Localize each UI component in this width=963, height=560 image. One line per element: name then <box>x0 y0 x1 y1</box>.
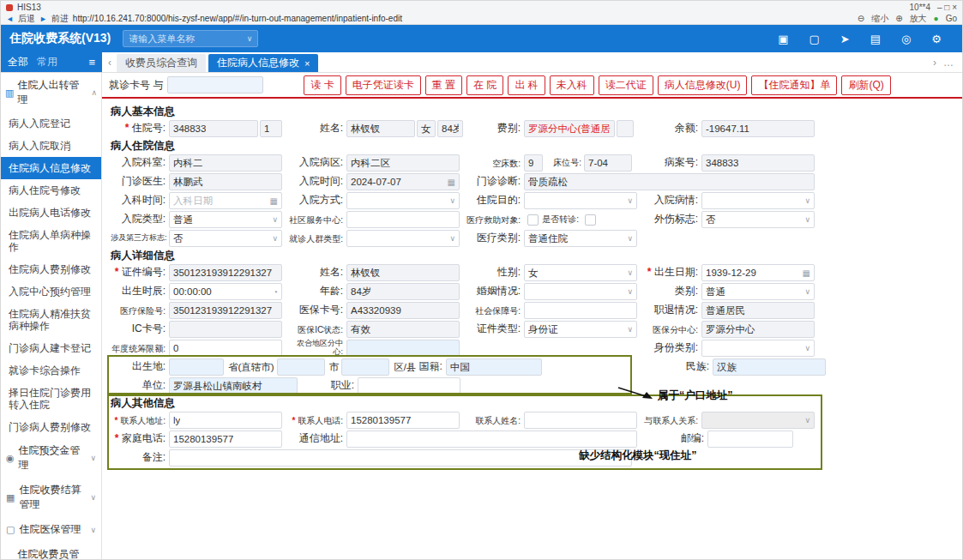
tab-inpatient-info-edit[interactable]: 住院病人信息修改 × <box>208 54 318 72</box>
go-button[interactable]: Go <box>946 14 957 23</box>
gender-select[interactable]: 女∨ <box>524 264 637 281</box>
sidebar-group-prepayment[interactable]: ◉ 住院预交金管理 ∨ <box>1 438 101 478</box>
ward-input[interactable]: 内科二区 <box>346 154 460 172</box>
ethnicity-input[interactable]: 汉族 <box>713 358 826 376</box>
contact-name-input[interactable] <box>524 412 637 429</box>
not-in-dept-button[interactable]: 未入科 <box>550 75 594 95</box>
record-no-input[interactable]: 348833 <box>701 154 815 172</box>
e-cert-read-card-button[interactable]: 电子凭证读卡 <box>346 75 421 95</box>
admission-time-input[interactable]: 2024-07-07▦ <box>346 173 460 190</box>
name-input[interactable]: 林钗钗 <box>346 120 415 137</box>
sidebar-item-fee-type-edit[interactable]: 住院病人费别修改 <box>1 258 101 280</box>
patient-info-edit-button[interactable]: 病人信息修改(U) <box>658 75 748 95</box>
back-icon[interactable]: ◄ <box>6 15 14 23</box>
close-icon[interactable]: × <box>304 58 310 69</box>
hospitalization-purpose-select[interactable]: ∨ <box>524 192 637 209</box>
age-input[interactable]: 84岁 <box>346 283 460 300</box>
target-icon[interactable]: ◎ <box>901 33 911 45</box>
home-phone-input[interactable]: 15280139577 <box>169 431 282 448</box>
medical-aid-checkbox[interactable] <box>527 214 539 226</box>
occupation-input[interactable] <box>358 377 460 394</box>
birthplace-province-input[interactable] <box>169 358 224 376</box>
birth-hour-input[interactable]: 00:00:00◔ <box>169 283 282 300</box>
message-icon[interactable]: ▢ <box>810 33 820 45</box>
refresh-button[interactable]: 刷新(Q) <box>841 75 890 95</box>
sidebar-item-poverty-relief-op[interactable]: 住院病人精准扶贫病种操作 <box>1 303 101 337</box>
reset-button[interactable]: 重 置 <box>425 75 462 95</box>
zoom-out-icon[interactable]: ⊖ <box>858 14 864 23</box>
sidebar-item-admission-center-booking[interactable]: 入院中心预约管理 <box>1 280 101 303</box>
birth-date-input[interactable]: 1939-12-29▦ <box>701 264 815 281</box>
trauma-flag-select[interactable]: 否∨ <box>701 211 815 228</box>
bed-no-input[interactable]: 7-04 <box>584 154 632 172</box>
tabs-scroll-left-icon[interactable]: ‹ <box>105 57 114 69</box>
annual-pool-limit-input[interactable]: 0 <box>169 340 282 357</box>
id-type-select[interactable]: 身份证∨ <box>524 321 637 338</box>
in-hospital-button[interactable]: 在 院 <box>466 75 503 95</box>
tabs-more-icon[interactable]: … <box>943 57 954 69</box>
sidebar-item-outpatient-card-register[interactable]: 门诊病人建卡登记 <box>1 337 101 359</box>
tab-all-menus[interactable]: 全部 <box>8 55 28 69</box>
admission-notice-button[interactable]: 【住院通知】单 <box>751 75 837 95</box>
birthplace-city-input[interactable] <box>277 358 325 376</box>
marital-status-select[interactable]: ∨ <box>524 283 637 300</box>
sidebar-item-scheduled-admission-fee-transfer[interactable]: 择日住院门诊费用转入住院 <box>1 382 101 416</box>
zoom-in-button[interactable]: 放大 <box>910 13 927 25</box>
is-referral-checkbox[interactable] <box>585 214 596 226</box>
sidebar-item-card-comprehensive-op[interactable]: 就诊卡综合操作 <box>1 359 101 382</box>
admission-condition-select[interactable]: ∨ <box>701 192 815 209</box>
tabs-scroll-right-icon[interactable]: › <box>933 57 936 69</box>
admission-no-input[interactable]: 348833 <box>169 120 258 137</box>
remarks-input[interactable] <box>169 449 632 467</box>
contact-phone-input[interactable]: 15280139577 <box>346 412 460 429</box>
birthplace-district-input[interactable] <box>341 358 389 376</box>
back-button[interactable]: 后退 <box>18 13 35 25</box>
forward-button[interactable]: 前进 <box>51 13 69 25</box>
sidebar-group-inout-management[interactable]: ▥ 住院人出转管理 ∧ <box>1 73 101 112</box>
medical-category-select[interactable]: 普通住院∨ <box>524 230 637 247</box>
sidebar-item-inpatient-no-edit[interactable]: 病人住院号修改 <box>1 179 101 202</box>
read-card-button[interactable]: 读 卡 <box>304 75 340 95</box>
settings-icon[interactable]: ⚙ <box>931 33 942 45</box>
sidebar-item-admission-cancel[interactable]: 病人入院取消 <box>1 135 101 157</box>
category-select[interactable]: 普通∨ <box>701 283 815 300</box>
window-controls[interactable]: – □ × <box>937 3 957 12</box>
sidebar-item-discharged-phone-edit[interactable]: 出院病人电话修改 <box>1 202 101 224</box>
zoom-in-icon[interactable]: ⊕ <box>895 14 902 23</box>
rural-coop-branch-input[interactable] <box>346 340 460 357</box>
read-id-card-button[interactable]: 读二代证 <box>599 75 653 95</box>
ic-card-no-input[interactable] <box>169 321 282 338</box>
sidebar-group-cashier-management[interactable]: ◈ 住院收费员管理 ∨ <box>1 542 101 559</box>
postcode-input[interactable] <box>707 431 793 448</box>
sidebar-item-admission-register[interactable]: 病人入院登记 <box>1 112 101 135</box>
contact-address-input[interactable]: ly <box>169 412 282 429</box>
tab-favorite-menus[interactable]: 常用 <box>37 55 57 69</box>
sidebar-item-single-disease-op[interactable]: 住院病人单病种操作 <box>1 224 101 258</box>
admission-count-input[interactable]: 1 <box>260 120 282 137</box>
patient-group-type-select[interactable]: ∨ <box>346 230 460 247</box>
third-party-flag-select[interactable]: 否∨ <box>169 230 282 247</box>
identity-category-select[interactable]: ∨ <box>701 340 815 357</box>
panel-icon[interactable]: ▣ <box>778 33 788 45</box>
nationality-input[interactable]: 中国 <box>446 358 542 376</box>
admission-type-select[interactable]: 普通∨ <box>169 211 282 228</box>
id-number-input[interactable]: 350123193912291327 <box>169 264 282 281</box>
employer-input[interactable]: 罗源县松山镇南岐村 <box>169 377 298 394</box>
layout-icon[interactable]: ▤ <box>870 33 881 45</box>
sidebar-item-inpatient-info-edit[interactable]: 住院病人信息修改 <box>1 157 101 179</box>
dept-entry-time-input[interactable]: 入科日期▦ <box>169 192 282 209</box>
hamburger-icon[interactable]: ≡ <box>88 56 95 69</box>
sidebar-group-billing-settlement[interactable]: ▦ 住院收费结算管理 ∨ <box>1 478 101 517</box>
sidebar-item-outpatient-fee-type-edit[interactable]: 门诊病人费别修改 <box>1 416 101 438</box>
medical-insurance-no-input[interactable]: 350123193912291327 <box>169 302 282 319</box>
fee-type-extra-input[interactable] <box>617 120 634 137</box>
menu-search-input[interactable]: 请输入菜单名称 ∨ <box>123 30 258 47</box>
mailing-address-input[interactable] <box>346 431 637 448</box>
outpatient-doctor-input[interactable]: 林鹏武 <box>169 173 282 190</box>
tab-cashier-query[interactable]: 收费员综合查询 <box>117 54 206 72</box>
insurance-card-no-input[interactable]: A43320939 <box>346 302 460 319</box>
forward-icon[interactable]: ► <box>39 15 47 23</box>
address-bar[interactable]: http://10.16.241.70:8000/his-zysf-new/ap… <box>73 14 402 23</box>
contact-relation-select[interactable]: ∨ <box>701 412 815 429</box>
outpatient-diagnosis-input[interactable]: 骨质疏松 <box>524 173 815 190</box>
